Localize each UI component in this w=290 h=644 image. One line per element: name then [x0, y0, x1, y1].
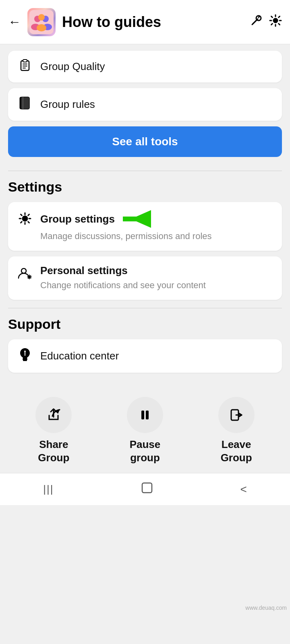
- divider-1: [8, 171, 282, 171]
- nav-bar: ||| <: [0, 473, 290, 505]
- education-center-label: Education center: [40, 350, 119, 362]
- leave-group-label: LeaveGroup: [221, 438, 252, 465]
- leave-group-button[interactable]: LeaveGroup: [208, 397, 265, 465]
- group-settings-subtitle: Manage discussions, permissions and role…: [40, 230, 272, 243]
- group-settings-content: Group settings Manage discussions, permi…: [40, 210, 272, 243]
- svg-point-6: [37, 24, 46, 31]
- nav-menu-icon[interactable]: |||: [43, 483, 54, 495]
- pause-icon: [137, 407, 153, 423]
- clipboard-icon: [18, 59, 32, 74]
- group-quality-label: Group Quality: [40, 60, 105, 73]
- tools-icon[interactable]: [250, 14, 263, 30]
- pause-group-label: Pausegroup: [130, 438, 161, 465]
- share-icon: [46, 407, 61, 423]
- share-group-icon-circle: [35, 397, 72, 433]
- svg-rect-21: [123, 217, 139, 221]
- settings-section-title: Settings: [8, 179, 282, 195]
- app-icon: [27, 8, 56, 36]
- personal-settings-title: Personal settings: [40, 264, 272, 277]
- group-settings-item[interactable]: Group settings Manage discussions, permi…: [8, 202, 282, 251]
- back-button[interactable]: ←: [8, 14, 21, 29]
- main-content: Group Quality Group rules See all tools …: [0, 44, 290, 385]
- lightbulb-icon: [18, 347, 32, 365]
- leave-group-icon-circle: [218, 397, 255, 433]
- support-section-title: Support: [8, 316, 282, 332]
- svg-rect-28: [141, 411, 144, 419]
- group-rules-label: Group rules: [40, 98, 95, 111]
- divider-2: [8, 308, 282, 308]
- pause-group-icon-circle: [127, 397, 163, 433]
- svg-rect-24: [23, 359, 27, 360]
- personal-settings-content: Personal settings Change notifications a…: [40, 264, 272, 292]
- group-settings-title: Group settings: [40, 210, 272, 228]
- education-center-item[interactable]: Education center: [8, 339, 282, 373]
- group-rules-item[interactable]: Group rules: [8, 88, 282, 121]
- svg-point-22: [21, 268, 26, 273]
- person-gear-icon: [18, 266, 32, 283]
- nav-back-icon[interactable]: <: [240, 483, 246, 496]
- share-group-label: ShareGroup: [38, 438, 69, 465]
- pause-group-button[interactable]: Pausegroup: [117, 397, 173, 465]
- svg-rect-11: [23, 60, 27, 62]
- svg-point-3: [38, 14, 45, 21]
- group-quality-item[interactable]: Group Quality: [8, 51, 282, 83]
- gear-icon: [18, 212, 32, 228]
- nav-home-icon[interactable]: [140, 481, 154, 497]
- svg-rect-29: [146, 411, 149, 419]
- watermark: www.deuaq.com: [245, 605, 287, 611]
- leave-icon: [229, 407, 244, 423]
- personal-settings-item[interactable]: Personal settings Change notifications a…: [8, 256, 282, 300]
- settings-icon[interactable]: [269, 14, 282, 30]
- share-group-button[interactable]: ShareGroup: [25, 397, 82, 465]
- svg-rect-16: [21, 97, 29, 109]
- svg-rect-25: [23, 360, 27, 361]
- bottom-actions: ShareGroup Pausegroup LeaveGroup: [0, 385, 290, 473]
- svg-point-27: [24, 351, 26, 352]
- annotation-arrow: [123, 210, 151, 228]
- header-actions: [250, 14, 282, 30]
- page-title: How to guides: [62, 14, 250, 31]
- personal-settings-subtitle: Change notifications and see your conten…: [40, 279, 272, 292]
- svg-rect-32: [142, 483, 152, 493]
- book-icon: [18, 96, 32, 113]
- see-all-tools-button[interactable]: See all tools: [8, 126, 282, 157]
- app-header: ← How to guides: [0, 0, 290, 44]
